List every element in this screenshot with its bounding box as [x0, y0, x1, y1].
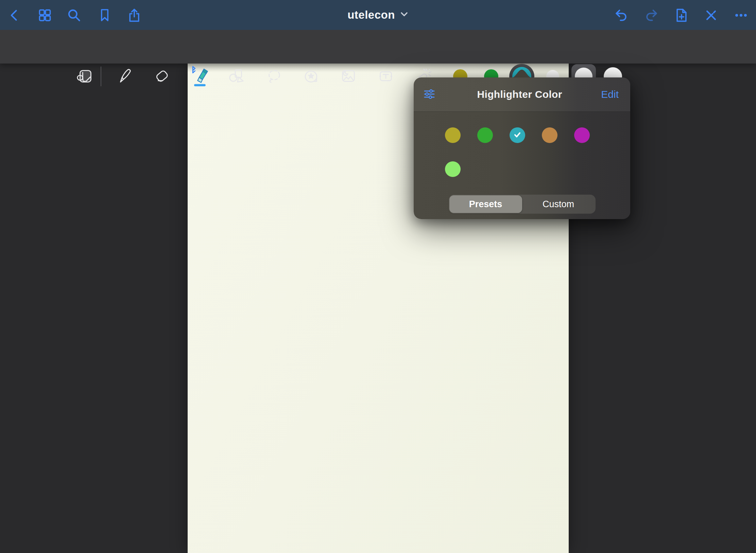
crossed-pencil-icon — [704, 8, 719, 23]
eraser-icon — [153, 67, 171, 86]
preset-color-light-green[interactable] — [445, 161, 461, 177]
highlighter-color-popover: Highlighter Color Edit Presets Custom — [414, 77, 630, 219]
text-tool[interactable] — [376, 67, 395, 86]
toolbar-divider — [101, 67, 101, 86]
pen-tool[interactable] — [115, 67, 134, 86]
stickers-tool[interactable] — [302, 67, 321, 86]
lasso-icon — [265, 67, 283, 86]
search-button[interactable] — [67, 8, 82, 23]
preset-color-orange[interactable] — [542, 127, 557, 143]
search-icon — [67, 8, 82, 23]
document-title: utelecon — [347, 8, 395, 21]
back-chevron-icon — [7, 8, 22, 23]
goodnotes-app: utelecon — [0, 0, 756, 553]
presets-custom-segmented-control: Presets Custom — [449, 195, 596, 214]
redo-icon — [643, 8, 659, 23]
highlighter-icon — [189, 66, 209, 88]
pen-icon — [115, 67, 134, 86]
preset-color-row-1 — [414, 127, 630, 143]
preset-color-green[interactable] — [477, 127, 493, 143]
add-page-icon — [674, 7, 689, 23]
disable-stylus-button[interactable] — [704, 8, 719, 23]
lasso-tool[interactable] — [264, 67, 284, 86]
photo-icon — [339, 67, 358, 86]
redo-button[interactable] — [644, 8, 659, 23]
canvas-background — [0, 64, 756, 553]
popover-title: Highlighter Color — [438, 89, 601, 100]
bookmark-icon — [97, 8, 112, 23]
tools-toolbar — [0, 30, 756, 64]
popover-header: Highlighter Color Edit — [414, 77, 630, 112]
text-box-icon — [377, 67, 395, 86]
popover-arrow — [512, 69, 532, 78]
more-options-button[interactable] — [734, 8, 749, 23]
image-tool[interactable] — [339, 67, 358, 86]
highlighter-tool-selected[interactable] — [190, 67, 209, 86]
ellipsis-icon — [734, 8, 749, 23]
preset-color-teal-selected[interactable] — [510, 127, 525, 143]
handwriting-mode-tool[interactable] — [75, 67, 94, 86]
title-chevron-down-icon — [400, 11, 409, 19]
tab-presets[interactable]: Presets — [449, 195, 522, 213]
add-page-button[interactable] — [674, 8, 689, 23]
preset-color-olive[interactable] — [445, 127, 461, 143]
preset-color-magenta[interactable] — [574, 127, 590, 143]
eraser-tool[interactable] — [152, 67, 171, 86]
sliders-icon — [423, 88, 435, 101]
stroke-settings-button[interactable] — [423, 88, 438, 101]
preset-color-row-2 — [414, 161, 630, 177]
page-thumbnails-button[interactable] — [37, 8, 52, 23]
shapes-tool[interactable] — [227, 67, 246, 86]
undo-icon — [614, 8, 629, 23]
pages-grid-icon — [37, 8, 52, 23]
bookmark-button[interactable] — [97, 8, 112, 23]
tab-custom[interactable]: Custom — [522, 195, 595, 213]
top-navigation-bar: utelecon — [0, 0, 756, 30]
undo-button[interactable] — [614, 8, 629, 23]
sticker-star-icon — [302, 67, 320, 86]
edit-colors-button[interactable]: Edit — [601, 89, 619, 100]
document-title-button[interactable]: utelecon — [327, 0, 429, 30]
handwriting-mode-icon — [76, 67, 94, 86]
share-icon — [127, 8, 142, 23]
shapes-icon — [227, 67, 245, 86]
share-button[interactable] — [127, 8, 142, 23]
checkmark-icon — [513, 131, 522, 140]
back-button[interactable] — [7, 8, 22, 23]
